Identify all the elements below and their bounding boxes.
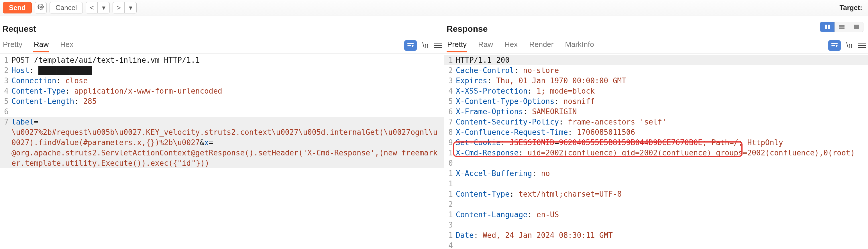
line-text: X-XSS-Protection: 1; mode=block [456,86,868,96]
code-line: 5Content-Length: 285 [0,96,444,106]
line-text: Content-Type: text/html;charset=UTF-8 [456,189,868,199]
line-text: X-Accel-Buffering: no [456,168,868,179]
svg-rect-2 [407,45,411,46]
code-line: 2Cache-Control: no-store [444,65,868,76]
layout-rows-button[interactable] [835,22,849,32]
line-text: X-Cmd-Response: uid=2002(confluence) gid… [456,148,868,158]
line-number: 2 [0,65,11,76]
response-actions-button[interactable] [828,40,841,51]
layout-single-button[interactable] [849,22,863,32]
history-next-dropdown[interactable]: ▾ [125,2,137,13]
chevron-down-icon: ▾ [102,4,105,12]
request-tabs-row: PrettyRawHex \n [0,38,444,54]
code-line: 7Content-Security-Policy: frame-ancestor… [444,117,868,127]
line-text: Content-Length: 285 [11,96,444,106]
tab-hex[interactable]: Hex [504,38,518,52]
code-line: 5X-Content-Type-Options: nosniff [444,96,868,106]
tab-pretty[interactable]: Pretty [446,38,467,52]
svg-rect-4 [831,45,835,46]
tab-hex[interactable]: Hex [60,38,74,52]
request-title: Request [0,15,444,38]
line-number: 6 [0,106,11,117]
request-pane: Request PrettyRawHex \n 1POST /template/… [0,15,444,249]
code-line: 1HTTP/1.1 200 [444,55,868,65]
history-prev-button[interactable]: < [86,2,98,13]
target-label: Target: [839,4,865,12]
tab-markinfo[interactable]: MarkInfo [564,38,594,52]
layout-columns-button[interactable] [820,22,835,32]
response-tools: \n [828,40,866,52]
history-next-group: > ▾ [113,2,137,13]
line-text: Set-Cookie: JSESSIONID=962040555E5B8159B… [456,137,868,148]
line-text: Expires: Thu, 01 Jan 1970 00:00:00 GMT [456,76,868,86]
code-line: 2Host: ████████████ [0,65,444,76]
line-number: 12 [444,189,456,210]
code-line: 11X-Accel-Buffering: no [444,168,868,189]
tab-raw[interactable]: Raw [477,38,494,52]
line-text: X-Frame-Options: SAMEORIGIN [456,106,868,117]
code-line: 4X-XSS-Protection: 1; mode=block [444,86,868,96]
columns-icon [825,25,830,29]
newline-toggle[interactable]: \n [846,41,852,50]
tab-render[interactable]: Render [529,38,554,52]
newline-toggle[interactable]: \n [422,41,429,50]
code-line: 6X-Frame-Options: SAMEORIGIN [444,106,868,117]
request-menu-button[interactable] [434,43,442,48]
code-line: 4Content-Type: application/x-www-form-ur… [0,86,444,96]
line-number: 5 [0,96,11,106]
line-text: Content-Language: en-US [456,210,868,220]
line-text: HTTP/1.1 200 [456,55,868,65]
code-line: 9Set-Cookie: JSESSIONID=962040555E5B8159… [444,137,868,148]
code-line: 10X-Cmd-Response: uid=2002(confluence) g… [444,148,868,168]
line-text: X-Confluence-Request-Time: 1706085011506 [456,127,868,137]
line-number: 3 [444,76,456,86]
response-viewer[interactable]: 1HTTP/1.1 2002Cache-Control: no-store3Ex… [444,54,868,249]
line-number: 7 [0,117,11,127]
response-tabs: PrettyRawHexRenderMarkInfo [446,38,595,54]
history-next-button[interactable]: > [113,2,125,13]
tab-raw[interactable]: Raw [33,38,49,52]
response-tabs-row: PrettyRawHexRenderMarkInfo \n [444,38,868,54]
svg-rect-1 [407,43,414,44]
gear-icon [37,4,44,12]
block-icon [854,25,859,29]
svg-point-0 [40,6,41,8]
line-number: 8 [444,127,456,137]
line-text: Cache-Control: no-store [456,65,868,76]
line-text: Content-Type: application/x-www-form-url… [11,86,444,96]
response-pane: Response PrettyRawHexRenderMarkInfo \n 1… [444,15,868,249]
split-container: Request PrettyRawHex \n 1POST /template/… [0,15,868,249]
response-menu-button[interactable] [858,43,866,48]
line-number: 13 [444,210,456,230]
line-text: Host: ████████████ [11,65,444,76]
history-prev-group: < ▾ [86,2,110,13]
request-actions-button[interactable] [404,40,417,51]
request-editor[interactable]: 1POST /template/aui/text-inline.vm HTTP/… [0,54,444,249]
line-text: Date: Wed, 24 Jan 2024 08:30:11 GMT [456,230,868,240]
line-number: 2 [444,65,456,76]
actions-icon [831,41,838,49]
settings-button[interactable] [35,2,47,13]
line-number: 4 [0,86,11,96]
line-number: 7 [444,117,456,127]
line-number: 6 [444,106,456,117]
code-line: 12Content-Type: text/html;charset=UTF-8 [444,189,868,210]
tab-pretty[interactable]: Pretty [2,38,23,52]
code-line: 13Content-Language: en-US [444,210,868,230]
line-number: 9 [444,137,456,148]
code-line: 1POST /template/aui/text-inline.vm HTTP/… [0,55,444,65]
line-text: label= \u0027%2b#request\u005b\u0027.KEY… [11,117,444,168]
history-prev-dropdown[interactable]: ▾ [98,2,110,13]
actions-icon [407,41,414,49]
send-button[interactable]: Send [3,2,32,13]
line-number: 11 [444,168,456,189]
line-number: 1 [444,55,456,65]
code-line: 7label= \u0027%2b#request\u005b\u0027.KE… [0,117,444,168]
chevron-down-icon: ▾ [129,4,132,12]
chevron-left-icon: < [90,4,94,12]
line-number: 5 [444,96,456,106]
line-number: 14 [444,230,456,249]
cancel-button[interactable]: Cancel [50,2,83,13]
line-text: Connection: close [11,76,444,86]
request-tools: \n [404,40,442,52]
